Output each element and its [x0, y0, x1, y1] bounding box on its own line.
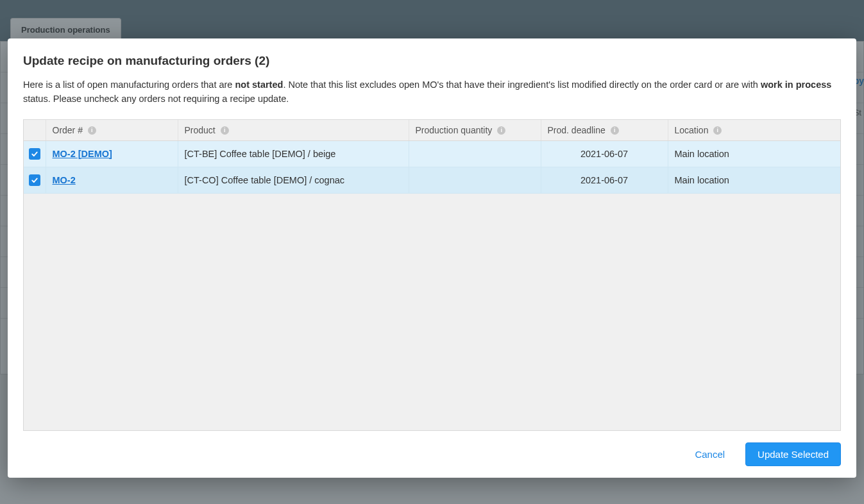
table-row: MO-2 [DEMO][CT-BE] Coffee table [DEMO] /…: [24, 140, 840, 167]
row-qty-cell: [409, 140, 541, 167]
col-header-deadline[interactable]: Prod. deadline i: [541, 120, 668, 141]
row-qty-cell: [409, 167, 541, 193]
col-header-checkbox: [24, 120, 46, 141]
row-order-cell: MO-2: [46, 167, 178, 193]
mo-link[interactable]: MO-2 [DEMO]: [53, 149, 112, 159]
cancel-button[interactable]: Cancel: [692, 444, 727, 465]
row-location-cell: Main location: [668, 167, 840, 193]
info-icon[interactable]: i: [713, 126, 722, 135]
col-header-location[interactable]: Location i: [668, 120, 840, 141]
row-checkbox-cell: [24, 167, 46, 193]
info-icon[interactable]: i: [497, 126, 505, 135]
row-product-cell: [CT-CO] Coffee table [DEMO] / cognac: [178, 167, 409, 193]
modal-title: Update recipe on manufacturing orders (2…: [23, 54, 841, 68]
row-checkbox[interactable]: [29, 174, 40, 186]
row-order-cell: MO-2 [DEMO]: [46, 140, 178, 167]
row-deadline-cell: 2021-06-07: [541, 167, 668, 193]
row-checkbox-cell: [24, 140, 46, 167]
col-header-order[interactable]: Order # i: [46, 120, 178, 141]
table-row: MO-2[CT-CO] Coffee table [DEMO] / cognac…: [24, 167, 840, 193]
mo-table: Order # i Product i Production quantity …: [24, 120, 840, 194]
modal-description: Here is a list of open manufacturing ord…: [23, 78, 841, 106]
row-product-cell: [CT-BE] Coffee table [DEMO] / beige: [178, 140, 409, 167]
row-location-cell: Main location: [668, 140, 840, 167]
col-header-qty[interactable]: Production quantity i: [409, 120, 541, 141]
col-header-product[interactable]: Product i: [178, 120, 409, 141]
update-selected-button[interactable]: Update Selected: [745, 442, 841, 466]
info-icon[interactable]: i: [221, 126, 229, 135]
info-icon[interactable]: i: [611, 126, 619, 135]
info-icon[interactable]: i: [88, 126, 96, 135]
row-checkbox[interactable]: [29, 148, 40, 160]
modal-footer: Cancel Update Selected: [23, 431, 841, 466]
update-recipe-modal: Update recipe on manufacturing orders (2…: [8, 38, 856, 478]
mo-table-container: Order # i Product i Production quantity …: [23, 119, 841, 431]
mo-link[interactable]: MO-2: [53, 175, 76, 185]
row-deadline-cell: 2021-06-07: [541, 140, 668, 167]
